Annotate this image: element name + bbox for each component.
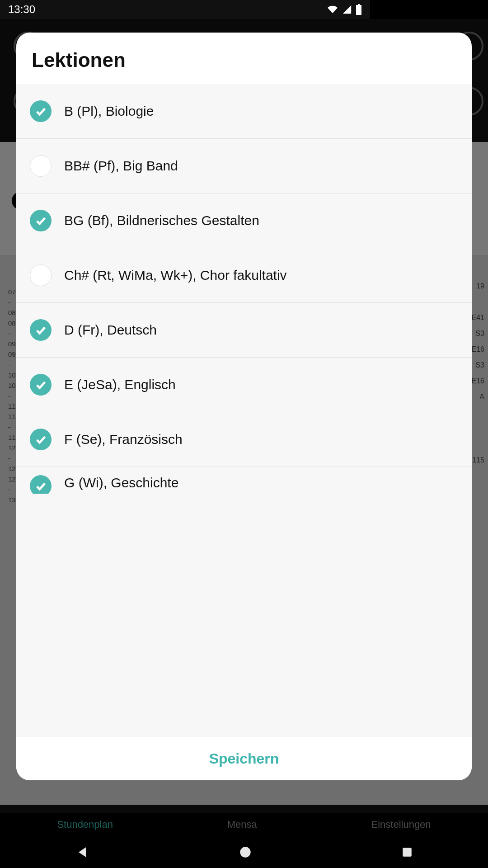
lesson-label: Ch# (Rt, WiMa, Wk+), Chor fakultativ xyxy=(64,268,287,283)
lesson-checkbox[interactable] xyxy=(30,319,52,341)
lesson-label: F (Se), Französisch xyxy=(64,432,183,447)
status-icons xyxy=(327,4,362,15)
lesson-checkbox[interactable] xyxy=(30,264,52,286)
lesson-checkbox[interactable] xyxy=(30,210,52,231)
lesson-label: B (Pl), Biologie xyxy=(64,104,154,119)
lesson-checkbox[interactable] xyxy=(30,374,52,396)
lesson-checkbox[interactable] xyxy=(30,429,52,450)
lessons-list[interactable]: B (Pl), BiologieBB# (Pf), Big BandBG (Bf… xyxy=(16,84,370,658)
status-bar: 13:30 xyxy=(0,0,370,19)
lesson-label: E (JeSa), Englisch xyxy=(64,377,176,392)
lesson-row[interactable]: Ch# (Rt, WiMa, Wk+), Chor fakultativ xyxy=(16,248,370,303)
cell-signal-icon xyxy=(342,5,352,14)
lesson-label: D (Fr), Deutsch xyxy=(64,322,157,338)
lesson-row[interactable]: D (Fr), Deutsch xyxy=(16,303,370,358)
lesson-row[interactable]: G (Wi), Geschichte xyxy=(16,467,370,494)
lesson-row[interactable]: BG (Bf), Bildnerisches Gestalten xyxy=(16,193,370,248)
wifi-icon xyxy=(327,5,338,14)
lesson-row[interactable]: BB# (Pf), Big Band xyxy=(16,139,370,193)
lesson-label: BB# (Pf), Big Band xyxy=(64,158,178,174)
lesson-checkbox[interactable] xyxy=(30,100,52,122)
lesson-label: G (Wi), Geschichte xyxy=(64,475,178,491)
status-time: 13:30 xyxy=(8,3,35,16)
lesson-label: BG (Bf), Bildnerisches Gestalten xyxy=(64,213,259,228)
lesson-checkbox[interactable] xyxy=(30,155,52,177)
dialog-title: Lektionen xyxy=(16,33,370,84)
battery-icon xyxy=(356,4,362,15)
lesson-row[interactable]: F (Se), Französisch xyxy=(16,412,370,467)
lessons-dialog: Lektionen B (Pl), BiologieBB# (Pf), Big … xyxy=(16,33,370,658)
lesson-row[interactable]: B (Pl), Biologie xyxy=(16,84,370,139)
lesson-row[interactable]: E (JeSa), Englisch xyxy=(16,358,370,412)
lesson-checkbox[interactable] xyxy=(30,475,52,494)
